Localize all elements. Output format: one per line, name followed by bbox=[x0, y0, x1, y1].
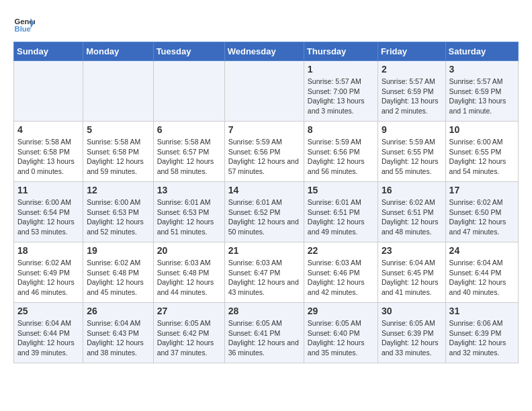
day-number: 16 bbox=[382, 185, 442, 195]
header-monday: Monday bbox=[83, 42, 153, 61]
day-number: 21 bbox=[228, 245, 300, 256]
calendar-cell: 26Sunrise: 6:04 AM Sunset: 6:43 PM Dayli… bbox=[83, 303, 153, 363]
day-info: Sunrise: 6:05 AM Sunset: 6:41 PM Dayligh… bbox=[228, 318, 300, 358]
day-number: 26 bbox=[87, 306, 149, 316]
calendar-week-row: 18Sunrise: 6:02 AM Sunset: 6:49 PM Dayli… bbox=[14, 242, 519, 303]
logo: General Blue bbox=[13, 13, 38, 35]
day-number: 4 bbox=[17, 124, 79, 135]
day-info: Sunrise: 6:02 AM Sunset: 6:49 PM Dayligh… bbox=[17, 258, 79, 298]
day-info: Sunrise: 5:57 AM Sunset: 6:59 PM Dayligh… bbox=[382, 77, 442, 116]
calendar-table: SundayMondayTuesdayWednesdayThursdayFrid… bbox=[13, 42, 519, 363]
day-number: 8 bbox=[308, 124, 374, 135]
day-number: 14 bbox=[228, 185, 300, 195]
day-info: Sunrise: 5:59 AM Sunset: 6:55 PM Dayligh… bbox=[382, 137, 442, 177]
calendar-cell: 28Sunrise: 6:05 AM Sunset: 6:41 PM Dayli… bbox=[224, 303, 304, 363]
day-number: 24 bbox=[449, 245, 515, 256]
day-number: 1 bbox=[308, 64, 374, 75]
header-friday: Friday bbox=[378, 42, 445, 61]
day-info: Sunrise: 6:06 AM Sunset: 6:39 PM Dayligh… bbox=[449, 318, 515, 358]
calendar-cell: 24Sunrise: 6:04 AM Sunset: 6:44 PM Dayli… bbox=[445, 242, 518, 303]
day-number: 3 bbox=[449, 64, 515, 75]
calendar-cell: 12Sunrise: 6:00 AM Sunset: 6:53 PM Dayli… bbox=[83, 182, 153, 242]
calendar-cell: 11Sunrise: 6:00 AM Sunset: 6:54 PM Dayli… bbox=[14, 182, 83, 242]
calendar-cell: 23Sunrise: 6:04 AM Sunset: 6:45 PM Dayli… bbox=[378, 242, 445, 303]
calendar-cell: 15Sunrise: 6:01 AM Sunset: 6:51 PM Dayli… bbox=[304, 182, 378, 242]
calendar-week-row: 4Sunrise: 5:58 AM Sunset: 6:58 PM Daylig… bbox=[14, 122, 519, 182]
calendar-cell: 31Sunrise: 6:06 AM Sunset: 6:39 PM Dayli… bbox=[445, 303, 518, 363]
day-number: 20 bbox=[157, 245, 221, 256]
day-info: Sunrise: 6:00 AM Sunset: 6:54 PM Dayligh… bbox=[17, 197, 79, 237]
day-info: Sunrise: 6:02 AM Sunset: 6:51 PM Dayligh… bbox=[382, 197, 442, 237]
day-info: Sunrise: 6:00 AM Sunset: 6:55 PM Dayligh… bbox=[449, 137, 515, 177]
day-info: Sunrise: 6:04 AM Sunset: 6:44 PM Dayligh… bbox=[449, 258, 515, 298]
calendar-cell: 1Sunrise: 5:57 AM Sunset: 7:00 PM Daylig… bbox=[304, 61, 378, 122]
day-number: 23 bbox=[382, 245, 442, 256]
day-info: Sunrise: 6:04 AM Sunset: 6:45 PM Dayligh… bbox=[382, 258, 442, 298]
calendar-cell: 10Sunrise: 6:00 AM Sunset: 6:55 PM Dayli… bbox=[445, 122, 518, 182]
day-info: Sunrise: 6:05 AM Sunset: 6:39 PM Dayligh… bbox=[382, 318, 442, 358]
calendar-cell bbox=[224, 61, 304, 122]
calendar-cell bbox=[153, 61, 224, 122]
calendar-cell bbox=[14, 61, 83, 122]
day-number: 10 bbox=[449, 124, 515, 135]
day-info: Sunrise: 6:04 AM Sunset: 6:43 PM Dayligh… bbox=[87, 318, 149, 358]
calendar-cell: 13Sunrise: 6:01 AM Sunset: 6:53 PM Dayli… bbox=[153, 182, 224, 242]
day-number: 29 bbox=[308, 306, 374, 316]
calendar-cell: 18Sunrise: 6:02 AM Sunset: 6:49 PM Dayli… bbox=[14, 242, 83, 303]
header-wednesday: Wednesday bbox=[224, 42, 304, 61]
day-info: Sunrise: 6:05 AM Sunset: 6:42 PM Dayligh… bbox=[157, 318, 221, 358]
day-info: Sunrise: 6:05 AM Sunset: 6:40 PM Dayligh… bbox=[308, 318, 374, 358]
day-info: Sunrise: 5:57 AM Sunset: 7:00 PM Dayligh… bbox=[308, 77, 374, 116]
day-number: 27 bbox=[157, 306, 221, 316]
day-number: 12 bbox=[87, 185, 149, 195]
day-info: Sunrise: 5:58 AM Sunset: 6:58 PM Dayligh… bbox=[17, 137, 79, 177]
day-number: 25 bbox=[17, 306, 79, 316]
calendar-cell: 6Sunrise: 5:58 AM Sunset: 6:57 PM Daylig… bbox=[153, 122, 224, 182]
calendar-cell: 16Sunrise: 6:02 AM Sunset: 6:51 PM Dayli… bbox=[378, 182, 445, 242]
day-info: Sunrise: 6:01 AM Sunset: 6:52 PM Dayligh… bbox=[228, 197, 300, 237]
day-number: 30 bbox=[382, 306, 442, 316]
day-number: 19 bbox=[87, 245, 149, 256]
header-sunday: Sunday bbox=[14, 42, 83, 61]
day-info: Sunrise: 5:59 AM Sunset: 6:56 PM Dayligh… bbox=[228, 137, 300, 177]
calendar-header-row: SundayMondayTuesdayWednesdayThursdayFrid… bbox=[14, 42, 519, 61]
calendar-cell bbox=[83, 61, 153, 122]
header-saturday: Saturday bbox=[445, 42, 518, 61]
day-info: Sunrise: 5:57 AM Sunset: 6:59 PM Dayligh… bbox=[449, 77, 515, 116]
logo-icon: General Blue bbox=[13, 13, 35, 35]
calendar-cell: 4Sunrise: 5:58 AM Sunset: 6:58 PM Daylig… bbox=[14, 122, 83, 182]
svg-text:Blue: Blue bbox=[15, 25, 31, 33]
day-info: Sunrise: 5:59 AM Sunset: 6:56 PM Dayligh… bbox=[308, 137, 374, 177]
calendar-cell: 20Sunrise: 6:03 AM Sunset: 6:48 PM Dayli… bbox=[153, 242, 224, 303]
calendar-cell: 22Sunrise: 6:03 AM Sunset: 6:46 PM Dayli… bbox=[304, 242, 378, 303]
day-number: 13 bbox=[157, 185, 221, 195]
calendar-cell: 14Sunrise: 6:01 AM Sunset: 6:52 PM Dayli… bbox=[224, 182, 304, 242]
day-info: Sunrise: 5:58 AM Sunset: 6:57 PM Dayligh… bbox=[157, 137, 221, 177]
day-info: Sunrise: 5:58 AM Sunset: 6:58 PM Dayligh… bbox=[87, 137, 149, 177]
calendar-cell: 25Sunrise: 6:04 AM Sunset: 6:44 PM Dayli… bbox=[14, 303, 83, 363]
day-info: Sunrise: 6:04 AM Sunset: 6:44 PM Dayligh… bbox=[17, 318, 79, 358]
calendar-week-row: 1Sunrise: 5:57 AM Sunset: 7:00 PM Daylig… bbox=[14, 61, 519, 122]
day-info: Sunrise: 6:02 AM Sunset: 6:48 PM Dayligh… bbox=[87, 258, 149, 298]
calendar-cell: 29Sunrise: 6:05 AM Sunset: 6:40 PM Dayli… bbox=[304, 303, 378, 363]
day-number: 28 bbox=[228, 306, 300, 316]
day-info: Sunrise: 6:03 AM Sunset: 6:48 PM Dayligh… bbox=[157, 258, 221, 298]
day-number: 11 bbox=[17, 185, 79, 195]
calendar-week-row: 25Sunrise: 6:04 AM Sunset: 6:44 PM Dayli… bbox=[14, 303, 519, 363]
calendar-week-row: 11Sunrise: 6:00 AM Sunset: 6:54 PM Dayli… bbox=[14, 182, 519, 242]
day-number: 22 bbox=[308, 245, 374, 256]
day-info: Sunrise: 6:01 AM Sunset: 6:53 PM Dayligh… bbox=[157, 197, 221, 237]
day-number: 7 bbox=[228, 124, 300, 135]
day-number: 31 bbox=[449, 306, 515, 316]
calendar-cell: 2Sunrise: 5:57 AM Sunset: 6:59 PM Daylig… bbox=[378, 61, 445, 122]
calendar-cell: 17Sunrise: 6:02 AM Sunset: 6:50 PM Dayli… bbox=[445, 182, 518, 242]
day-number: 6 bbox=[157, 124, 221, 135]
calendar-cell: 7Sunrise: 5:59 AM Sunset: 6:56 PM Daylig… bbox=[224, 122, 304, 182]
header-thursday: Thursday bbox=[304, 42, 378, 61]
day-number: 2 bbox=[382, 64, 442, 75]
calendar-cell: 9Sunrise: 5:59 AM Sunset: 6:55 PM Daylig… bbox=[378, 122, 445, 182]
day-info: Sunrise: 6:00 AM Sunset: 6:53 PM Dayligh… bbox=[87, 197, 149, 237]
header-tuesday: Tuesday bbox=[153, 42, 224, 61]
calendar-cell: 21Sunrise: 6:03 AM Sunset: 6:47 PM Dayli… bbox=[224, 242, 304, 303]
day-number: 15 bbox=[308, 185, 374, 195]
